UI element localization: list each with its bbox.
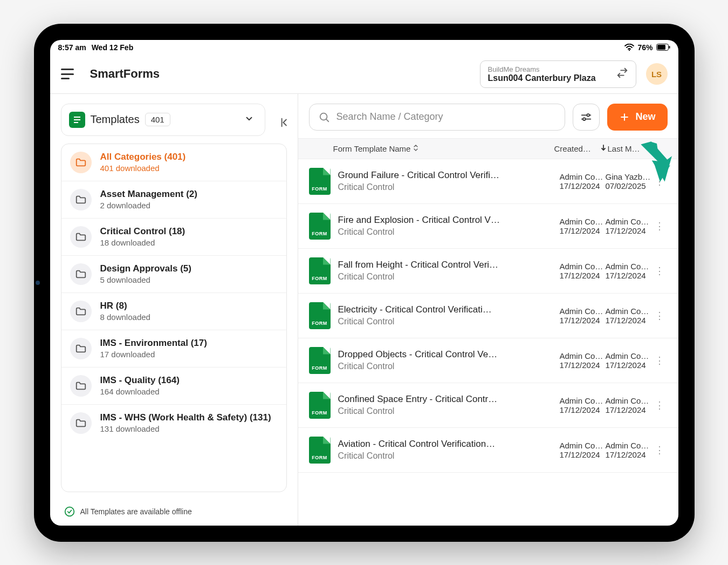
templates-dropdown[interactable]: Templates 401: [61, 104, 265, 135]
project-name: Lsun004 Canterbury Plaza: [488, 73, 611, 83]
row-title: Electricity - Critical Control Verificat…: [338, 304, 560, 315]
category-sub: 2 downloaded: [100, 201, 278, 210]
status-time: 8:57 am: [58, 43, 86, 52]
form-icon: [69, 112, 85, 128]
category-title: Design Approvals (5): [100, 263, 278, 274]
row-modified: Admin Co…17/12/2024: [606, 217, 651, 235]
category-sub: 17 downloaded: [100, 350, 278, 359]
svg-point-8: [65, 507, 74, 516]
row-modified: Gina Yazb…07/02/2025: [606, 172, 651, 190]
form-file-icon: FORM: [309, 347, 331, 374]
tablet-screen: 8:57 am Wed 12 Feb 76% SmartForms: [50, 40, 678, 526]
tablet-frame: 8:57 am Wed 12 Feb 76% SmartForms: [34, 24, 695, 542]
collapse-sidebar-icon[interactable]: [279, 117, 291, 131]
search-placeholder: Search Name / Category: [336, 111, 443, 122]
category-sub: 8 downloaded: [100, 312, 278, 322]
categories-list: All Categories (401) 401 downloaded Asse…: [61, 144, 286, 492]
offline-status: All Templates are available offline: [57, 500, 291, 519]
camera-dot: [36, 281, 40, 285]
avatar[interactable]: LS: [646, 63, 668, 85]
search-input[interactable]: Search Name / Category: [309, 104, 566, 131]
header-name[interactable]: Form Template Name: [309, 144, 554, 153]
form-file-icon: FORM: [309, 437, 331, 464]
svg-rect-6: [74, 122, 78, 123]
row-modified: Admin Co…17/12/2024: [606, 262, 651, 280]
category-item[interactable]: Critical Control (18) 18 downloaded: [61, 218, 286, 255]
category-item[interactable]: IMS - Quality (164) 164 downloaded: [61, 367, 286, 404]
row-category: Critical Control: [338, 272, 560, 282]
row-title: Fall from Height - Critical Control Veri…: [338, 260, 560, 270]
filter-button[interactable]: [573, 104, 600, 131]
table-row[interactable]: FORM Aviation - Critical Control Verific…: [298, 428, 678, 473]
category-item[interactable]: HR (8) 8 downloaded: [61, 292, 286, 330]
category-sub: 5 downloaded: [100, 275, 278, 284]
row-actions-menu[interactable]: ⋮: [651, 355, 668, 366]
category-item[interactable]: All Categories (401) 401 downloaded: [61, 144, 286, 181]
category-item[interactable]: IMS - Environmental (17) 17 downloaded: [61, 330, 286, 367]
table-body: FORM Ground Failure - Critical Control V…: [298, 159, 678, 526]
table-header: Form Template Name Created… Last Mo…: [298, 138, 678, 159]
row-created: Admin Co…17/12/2024: [560, 351, 606, 370]
new-button[interactable]: New: [607, 104, 667, 131]
table-row[interactable]: FORM Confined Space Entry - Critical Con…: [298, 383, 678, 428]
category-title: All Categories (401): [100, 152, 278, 162]
row-title: Fire and Explosion - Critical Control V…: [338, 215, 560, 226]
category-sub: 164 downloaded: [100, 387, 278, 396]
table-row[interactable]: FORM Fire and Explosion - Critical Contr…: [298, 204, 678, 249]
folder-icon: [70, 226, 92, 248]
sort-icon: [413, 144, 419, 153]
table-row[interactable]: FORM Electricity - Critical Control Veri…: [298, 294, 678, 338]
category-item[interactable]: IMS - WHS (Work Health & Safety) (131) 1…: [61, 404, 286, 441]
svg-rect-5: [74, 119, 80, 120]
category-sub: 18 downloaded: [100, 238, 278, 247]
sort-icon: [645, 144, 651, 153]
status-date: Wed 12 Feb: [92, 43, 134, 52]
table-row[interactable]: FORM Dropped Objects - Critical Control …: [298, 338, 678, 383]
header-created[interactable]: Created…: [554, 144, 600, 153]
row-modified: Admin Co…17/12/2024: [606, 441, 651, 459]
row-title: Confined Space Entry - Critical Contr…: [338, 394, 560, 405]
folder-icon: [70, 301, 92, 322]
svg-rect-3: [669, 46, 670, 49]
svg-point-0: [629, 49, 630, 50]
svg-rect-2: [657, 45, 665, 50]
row-actions-menu[interactable]: ⋮: [651, 444, 668, 456]
folder-icon: [70, 189, 92, 210]
category-title: IMS - WHS (Work Health & Safety) (131): [100, 412, 278, 423]
row-actions-menu[interactable]: ⋮: [651, 265, 668, 277]
row-category: Critical Control: [338, 317, 560, 326]
category-item[interactable]: Asset Management (2) 2 downloaded: [61, 181, 286, 218]
form-file-icon: FORM: [309, 302, 331, 329]
chevron-down-icon: [244, 114, 257, 126]
row-modified: Admin Co…17/12/2024: [606, 351, 651, 370]
table-row[interactable]: FORM Fall from Height - Critical Control…: [298, 249, 678, 294]
form-file-icon: FORM: [309, 168, 331, 195]
row-actions-menu[interactable]: ⋮: [651, 220, 668, 232]
folder-icon: [70, 263, 92, 285]
hamburger-menu-icon[interactable]: [61, 69, 74, 79]
row-actions-menu[interactable]: ⋮: [651, 175, 668, 187]
row-category: Critical Control: [338, 451, 560, 461]
left-panel: Templates 401 All Cate: [50, 94, 298, 526]
category-item[interactable]: Design Approvals (5) 5 downloaded: [61, 255, 286, 292]
row-created: Admin Co…17/12/2024: [560, 172, 606, 190]
row-title: Dropped Objects - Critical Control Ve…: [338, 349, 560, 360]
status-battery: 76%: [637, 43, 653, 52]
svg-line-10: [326, 119, 328, 121]
row-actions-menu[interactable]: ⋮: [651, 399, 668, 411]
header-modified[interactable]: Last Mo…: [600, 144, 651, 153]
right-panel: Search Name / Category New Form Template…: [298, 94, 678, 526]
templates-label: Templates: [91, 113, 140, 126]
category-sub: 131 downloaded: [100, 424, 278, 433]
row-created: Admin Co…17/12/2024: [560, 262, 606, 280]
swap-icon: [616, 67, 628, 81]
folder-icon: [70, 338, 92, 359]
row-actions-menu[interactable]: ⋮: [651, 310, 668, 322]
table-row[interactable]: FORM Ground Failure - Critical Control V…: [298, 159, 678, 204]
category-title: HR (8): [100, 301, 278, 311]
folder-icon: [70, 412, 92, 434]
folder-icon: [70, 152, 92, 173]
wifi-icon: [624, 44, 634, 51]
new-button-label: New: [635, 111, 655, 122]
project-selector[interactable]: BuildMe Dreams Lsun004 Canterbury Plaza: [480, 60, 636, 88]
